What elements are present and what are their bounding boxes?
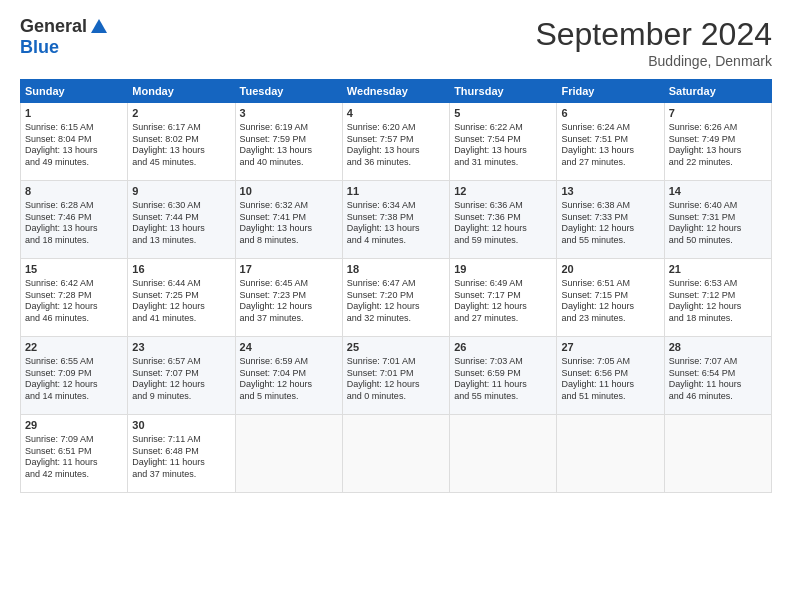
table-row: 15Sunrise: 6:42 AM Sunset: 7:28 PM Dayli…: [21, 259, 128, 337]
table-row: 13Sunrise: 6:38 AM Sunset: 7:33 PM Dayli…: [557, 181, 664, 259]
location: Buddinge, Denmark: [535, 53, 772, 69]
day-info: Sunrise: 6:38 AM Sunset: 7:33 PM Dayligh…: [561, 200, 659, 247]
day-number: 7: [669, 106, 767, 121]
day-info: Sunrise: 6:19 AM Sunset: 7:59 PM Dayligh…: [240, 122, 338, 169]
logo: General Blue: [20, 16, 109, 58]
table-row: 23Sunrise: 6:57 AM Sunset: 7:07 PM Dayli…: [128, 337, 235, 415]
day-info: Sunrise: 7:11 AM Sunset: 6:48 PM Dayligh…: [132, 434, 230, 481]
day-number: 3: [240, 106, 338, 121]
day-info: Sunrise: 7:07 AM Sunset: 6:54 PM Dayligh…: [669, 356, 767, 403]
calendar-week-3: 15Sunrise: 6:42 AM Sunset: 7:28 PM Dayli…: [21, 259, 772, 337]
day-info: Sunrise: 6:55 AM Sunset: 7:09 PM Dayligh…: [25, 356, 123, 403]
table-row: [342, 415, 449, 493]
day-number: 17: [240, 262, 338, 277]
table-row: 9Sunrise: 6:30 AM Sunset: 7:44 PM Daylig…: [128, 181, 235, 259]
header: General Blue September 2024 Buddinge, De…: [20, 16, 772, 69]
calendar-header-thursday: Thursday: [450, 80, 557, 103]
day-info: Sunrise: 6:30 AM Sunset: 7:44 PM Dayligh…: [132, 200, 230, 247]
day-number: 24: [240, 340, 338, 355]
calendar-header-wednesday: Wednesday: [342, 80, 449, 103]
table-row: 1Sunrise: 6:15 AM Sunset: 8:04 PM Daylig…: [21, 103, 128, 181]
calendar-header-tuesday: Tuesday: [235, 80, 342, 103]
day-number: 9: [132, 184, 230, 199]
calendar-header-sunday: Sunday: [21, 80, 128, 103]
table-row: 22Sunrise: 6:55 AM Sunset: 7:09 PM Dayli…: [21, 337, 128, 415]
day-number: 10: [240, 184, 338, 199]
day-info: Sunrise: 6:32 AM Sunset: 7:41 PM Dayligh…: [240, 200, 338, 247]
day-number: 30: [132, 418, 230, 433]
day-info: Sunrise: 6:47 AM Sunset: 7:20 PM Dayligh…: [347, 278, 445, 325]
table-row: 18Sunrise: 6:47 AM Sunset: 7:20 PM Dayli…: [342, 259, 449, 337]
logo-general-text: General: [20, 16, 87, 37]
calendar: SundayMondayTuesdayWednesdayThursdayFrid…: [20, 79, 772, 493]
table-row: [664, 415, 771, 493]
day-number: 19: [454, 262, 552, 277]
calendar-week-4: 22Sunrise: 6:55 AM Sunset: 7:09 PM Dayli…: [21, 337, 772, 415]
table-row: 14Sunrise: 6:40 AM Sunset: 7:31 PM Dayli…: [664, 181, 771, 259]
day-number: 18: [347, 262, 445, 277]
day-number: 5: [454, 106, 552, 121]
table-row: 27Sunrise: 7:05 AM Sunset: 6:56 PM Dayli…: [557, 337, 664, 415]
day-number: 28: [669, 340, 767, 355]
table-row: [450, 415, 557, 493]
table-row: 10Sunrise: 6:32 AM Sunset: 7:41 PM Dayli…: [235, 181, 342, 259]
table-row: 30Sunrise: 7:11 AM Sunset: 6:48 PM Dayli…: [128, 415, 235, 493]
table-row: 6Sunrise: 6:24 AM Sunset: 7:51 PM Daylig…: [557, 103, 664, 181]
table-row: 12Sunrise: 6:36 AM Sunset: 7:36 PM Dayli…: [450, 181, 557, 259]
table-row: 16Sunrise: 6:44 AM Sunset: 7:25 PM Dayli…: [128, 259, 235, 337]
day-info: Sunrise: 6:44 AM Sunset: 7:25 PM Dayligh…: [132, 278, 230, 325]
calendar-header-row: SundayMondayTuesdayWednesdayThursdayFrid…: [21, 80, 772, 103]
day-info: Sunrise: 6:22 AM Sunset: 7:54 PM Dayligh…: [454, 122, 552, 169]
day-info: Sunrise: 6:36 AM Sunset: 7:36 PM Dayligh…: [454, 200, 552, 247]
table-row: 5Sunrise: 6:22 AM Sunset: 7:54 PM Daylig…: [450, 103, 557, 181]
day-number: 11: [347, 184, 445, 199]
day-number: 23: [132, 340, 230, 355]
table-row: 11Sunrise: 6:34 AM Sunset: 7:38 PM Dayli…: [342, 181, 449, 259]
table-row: 19Sunrise: 6:49 AM Sunset: 7:17 PM Dayli…: [450, 259, 557, 337]
day-info: Sunrise: 6:15 AM Sunset: 8:04 PM Dayligh…: [25, 122, 123, 169]
table-row: 2Sunrise: 6:17 AM Sunset: 8:02 PM Daylig…: [128, 103, 235, 181]
table-row: 20Sunrise: 6:51 AM Sunset: 7:15 PM Dayli…: [557, 259, 664, 337]
logo-blue-text: Blue: [20, 37, 59, 57]
day-info: Sunrise: 6:51 AM Sunset: 7:15 PM Dayligh…: [561, 278, 659, 325]
calendar-header-monday: Monday: [128, 80, 235, 103]
day-info: Sunrise: 6:57 AM Sunset: 7:07 PM Dayligh…: [132, 356, 230, 403]
day-info: Sunrise: 6:17 AM Sunset: 8:02 PM Dayligh…: [132, 122, 230, 169]
title-block: September 2024 Buddinge, Denmark: [535, 16, 772, 69]
table-row: 7Sunrise: 6:26 AM Sunset: 7:49 PM Daylig…: [664, 103, 771, 181]
table-row: [235, 415, 342, 493]
day-number: 2: [132, 106, 230, 121]
day-info: Sunrise: 7:03 AM Sunset: 6:59 PM Dayligh…: [454, 356, 552, 403]
day-number: 22: [25, 340, 123, 355]
calendar-week-2: 8Sunrise: 6:28 AM Sunset: 7:46 PM Daylig…: [21, 181, 772, 259]
calendar-week-1: 1Sunrise: 6:15 AM Sunset: 8:04 PM Daylig…: [21, 103, 772, 181]
day-info: Sunrise: 6:28 AM Sunset: 7:46 PM Dayligh…: [25, 200, 123, 247]
table-row: 29Sunrise: 7:09 AM Sunset: 6:51 PM Dayli…: [21, 415, 128, 493]
table-row: 21Sunrise: 6:53 AM Sunset: 7:12 PM Dayli…: [664, 259, 771, 337]
day-number: 16: [132, 262, 230, 277]
day-number: 29: [25, 418, 123, 433]
table-row: 28Sunrise: 7:07 AM Sunset: 6:54 PM Dayli…: [664, 337, 771, 415]
table-row: [557, 415, 664, 493]
day-number: 12: [454, 184, 552, 199]
day-info: Sunrise: 6:20 AM Sunset: 7:57 PM Dayligh…: [347, 122, 445, 169]
day-info: Sunrise: 7:05 AM Sunset: 6:56 PM Dayligh…: [561, 356, 659, 403]
table-row: 17Sunrise: 6:45 AM Sunset: 7:23 PM Dayli…: [235, 259, 342, 337]
day-number: 27: [561, 340, 659, 355]
day-info: Sunrise: 6:24 AM Sunset: 7:51 PM Dayligh…: [561, 122, 659, 169]
day-number: 20: [561, 262, 659, 277]
day-info: Sunrise: 6:26 AM Sunset: 7:49 PM Dayligh…: [669, 122, 767, 169]
day-number: 14: [669, 184, 767, 199]
day-info: Sunrise: 7:09 AM Sunset: 6:51 PM Dayligh…: [25, 434, 123, 481]
table-row: 8Sunrise: 6:28 AM Sunset: 7:46 PM Daylig…: [21, 181, 128, 259]
calendar-week-5: 29Sunrise: 7:09 AM Sunset: 6:51 PM Dayli…: [21, 415, 772, 493]
day-number: 21: [669, 262, 767, 277]
logo-icon: [89, 17, 109, 37]
day-info: Sunrise: 6:59 AM Sunset: 7:04 PM Dayligh…: [240, 356, 338, 403]
day-info: Sunrise: 7:01 AM Sunset: 7:01 PM Dayligh…: [347, 356, 445, 403]
day-number: 26: [454, 340, 552, 355]
table-row: 25Sunrise: 7:01 AM Sunset: 7:01 PM Dayli…: [342, 337, 449, 415]
day-number: 8: [25, 184, 123, 199]
table-row: 24Sunrise: 6:59 AM Sunset: 7:04 PM Dayli…: [235, 337, 342, 415]
day-number: 15: [25, 262, 123, 277]
